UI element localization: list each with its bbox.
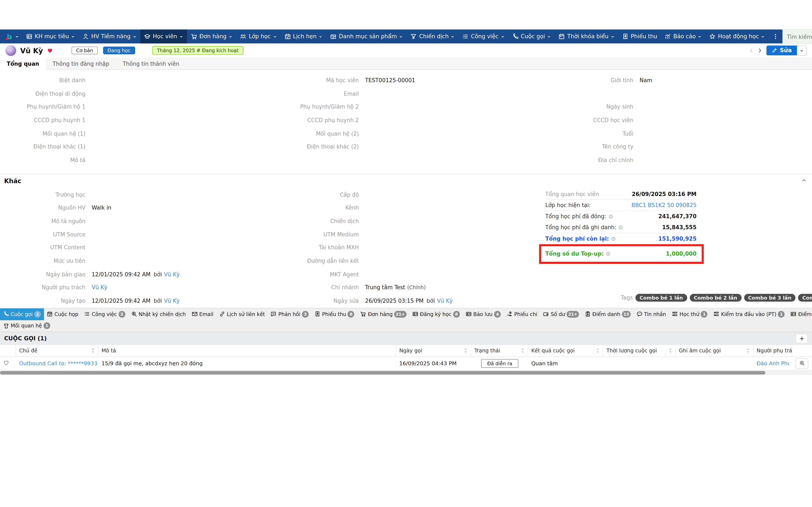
- add-call-button[interactable]: [796, 334, 808, 343]
- horizontal-scrollbar[interactable]: [0, 370, 812, 375]
- nav-item-cong-viec[interactable]: Công việc: [458, 30, 508, 44]
- nav-item-danh-muc-san-pham[interactable]: Danh mục sản phẩm: [326, 30, 407, 44]
- chevron-right-icon[interactable]: [757, 48, 763, 53]
- field-label: Mối quan hệ (1): [0, 130, 86, 136]
- row-detail-zoom-button[interactable]: [796, 358, 808, 369]
- nav-item-chien-dich[interactable]: Chiến dịch: [407, 30, 458, 44]
- activity-tab-email[interactable]: Email: [189, 308, 216, 320]
- sort-icon[interactable]: [521, 348, 525, 353]
- nav-item-kh-muc-tieu[interactable]: KH mục tiêu: [22, 30, 79, 44]
- activity-tab-tin-nhan[interactable]: Tin nhắn: [633, 308, 669, 320]
- chevron-down-icon: [501, 35, 505, 39]
- field-row-biet-danh: Biệt danh: [0, 73, 270, 87]
- activity-tab-phieu-thu[interactable]: Phiếu thu6: [311, 308, 357, 320]
- nav-items: KH mục tiêuHV Tiềm năngHọc viênĐơn hàngL…: [22, 30, 782, 44]
- activity-tab-cuoc-hop[interactable]: Cuộc họp: [44, 308, 81, 320]
- column-header-ngay-goi[interactable]: Ngày gọi: [396, 345, 471, 356]
- finance-row-inner: Tổng học phí đã đóng:241,647,370: [545, 211, 697, 222]
- activity-tab-nhat-ky-chien-dich[interactable]: Nhật ký chiến dịch: [128, 308, 189, 320]
- chevron-left-icon[interactable]: [748, 48, 754, 53]
- nav-item-lich-hen[interactable]: Lịch hẹn: [281, 30, 326, 44]
- activity-tab-don-hang[interactable]: Đơn hàng21+: [357, 308, 409, 320]
- activity-tab-cuoc-goi[interactable]: Cuộc gọi1: [0, 308, 44, 320]
- tag-combo-be-3-lan[interactable]: Combo bé 3 lần: [744, 294, 796, 302]
- activity-tab-dang-ky-hoc[interactable]: Đăng ký học6: [409, 308, 463, 320]
- nav-item-hoat-dong-hoc[interactable]: Hoạt động học: [706, 30, 769, 44]
- nav-item-lop-hoc[interactable]: Lớp học: [237, 30, 281, 44]
- calls-section-title: CUỘC GỌI (1): [4, 335, 47, 342]
- column-header-chu-de[interactable]: Chủ đề: [16, 345, 98, 356]
- call-subject-link[interactable]: Outbound Call to: ******9933: [19, 360, 98, 366]
- app-logo[interactable]: b: [2, 30, 22, 44]
- field-value: Trung tâm Test(Chính): [365, 284, 426, 290]
- collapse-section-button[interactable]: [801, 177, 807, 185]
- sort-icon[interactable]: [464, 348, 467, 353]
- activity-tab-lich-su-lien-ket[interactable]: Lịch sử liên kết: [216, 308, 268, 320]
- sort-icon[interactable]: [596, 348, 600, 353]
- field-label: Phụ huynh/Giám hộ 1: [0, 104, 86, 110]
- field-label: Ngày tạo: [0, 298, 86, 304]
- sort-icon[interactable]: [669, 348, 672, 353]
- activity-tab-so-du[interactable]: Số dư21+: [540, 308, 582, 320]
- tags-label: Tags: [545, 294, 633, 300]
- nav-item-hoc-vien[interactable]: Học viên: [140, 30, 187, 44]
- tab-thong-tin-dang-nhap[interactable]: Thông tin đăng nhập: [46, 57, 116, 69]
- field-value-link[interactable]: Vũ Kỳ: [92, 284, 107, 290]
- column-header-ghi-am-cuoc-goi[interactable]: Ghi âm cuộc gọi: [676, 345, 753, 356]
- scrollbar-thumb[interactable]: [0, 371, 765, 374]
- activity-tab-label: Tin nhắn: [644, 312, 666, 317]
- column-header-thoi-luong-cuoc-goi[interactable]: Thời lượng cuộc gọi: [603, 345, 676, 356]
- edit-button[interactable]: Sửa: [766, 46, 797, 56]
- nav-item-phieu-thu[interactable]: Phiếu thu: [618, 30, 661, 44]
- user-link[interactable]: Vũ Kỳ: [437, 298, 453, 304]
- nav-item-bao-cao[interactable]: Báo cáo: [661, 30, 705, 44]
- finance-value: 151,590,925: [658, 235, 697, 242]
- tag-combo-be-2-lan[interactable]: Combo bé 2 lần: [690, 294, 741, 302]
- tab-label: Thông tin đăng nhập: [53, 60, 109, 66]
- user-link[interactable]: Vũ Kỳ: [164, 298, 180, 304]
- activity-tab-moi-quan-he[interactable]: Mối quan hệ1: [0, 320, 53, 331]
- column-header-ket-qua-cuoc-goi[interactable]: Kết quả cuộc gọi: [528, 345, 603, 356]
- finance-value-link[interactable]: BBC1 BS1K2 50 090825: [631, 202, 697, 208]
- activity-tab-bao-luu[interactable]: Bảo lưu4: [463, 308, 504, 320]
- favorite-heart-icon[interactable]: [47, 47, 53, 54]
- activity-tab-diem-danh[interactable]: Điểm danh13: [582, 308, 633, 320]
- activity-tabs-row-1: Cuộc gọi1Cuộc họpCông việc3Nhật ký chiến…: [0, 308, 812, 320]
- activity-tab-hoc-thu[interactable]: Học thử1: [669, 308, 710, 320]
- nav-item-thoi-khoa-bieu[interactable]: Thời khóa biểu: [555, 30, 618, 44]
- search-input[interactable]: [786, 33, 812, 40]
- info-icon: [611, 236, 616, 241]
- activity-tab-diem-tich-luy[interactable]: Điểm tích lũy: [788, 308, 812, 320]
- field-value: 26/09/2025 03:15 PMbởiVũ Kỳ: [365, 298, 453, 304]
- field-value: Walk in: [92, 205, 111, 211]
- edit-dropdown-button[interactable]: [797, 45, 807, 56]
- call-assignee-link[interactable]: Đào Anh Phương: [757, 360, 789, 366]
- sms-icon: [636, 311, 643, 317]
- tag-combo-du[interactable]: Combo đủ: [798, 294, 812, 302]
- tag-combo-be-1-lan[interactable]: Combo bé 1 lần: [636, 294, 687, 302]
- field-label: Đường dẫn liên kết: [270, 258, 359, 264]
- nav-item-hv-tiem-nang[interactable]: HV Tiềm năng: [79, 30, 140, 44]
- top-whitespace: [0, 0, 812, 30]
- calendar-icon: [558, 33, 565, 40]
- tab-thong-tin-thanh-vien[interactable]: Thông tin thành viên: [116, 57, 186, 69]
- activity-tab-kiem-tra-dau-vao-pt[interactable]: Kiểm tra đầu vào (PT)1: [711, 308, 788, 320]
- count-badge: 4: [494, 311, 501, 318]
- column-header-trang-thai[interactable]: Trạng thái: [471, 345, 528, 356]
- avatar[interactable]: [5, 45, 16, 56]
- sort-icon[interactable]: [746, 348, 750, 353]
- activity-tab-phan-hoi[interactable]: Phản hồi3: [268, 308, 311, 320]
- sort-icon[interactable]: [91, 348, 95, 353]
- envelope-icon: [191, 311, 198, 317]
- user-link[interactable]: Vũ Kỳ: [164, 271, 180, 277]
- nav-item-don-hang[interactable]: Đơn hàng: [187, 30, 237, 44]
- finance-value: 1,000,000: [666, 250, 697, 257]
- nav-item-cuoc-goi[interactable]: Cuộc gọi: [508, 30, 555, 44]
- tab-tong-quan[interactable]: Tổng quan: [0, 57, 46, 70]
- activity-tab-phieu-chi[interactable]: Phiếu chi: [504, 308, 540, 320]
- nav-item-more-menu[interactable]: [769, 30, 782, 44]
- field-row-mkt-agent: MKT Agent: [270, 268, 544, 281]
- call-status: Đã diễn ra: [481, 359, 518, 368]
- student-overview-row: Tổng quan học viên 26/09/2025 03:16 PM: [545, 189, 697, 200]
- activity-tab-cong-viec[interactable]: Công việc3: [81, 308, 128, 320]
